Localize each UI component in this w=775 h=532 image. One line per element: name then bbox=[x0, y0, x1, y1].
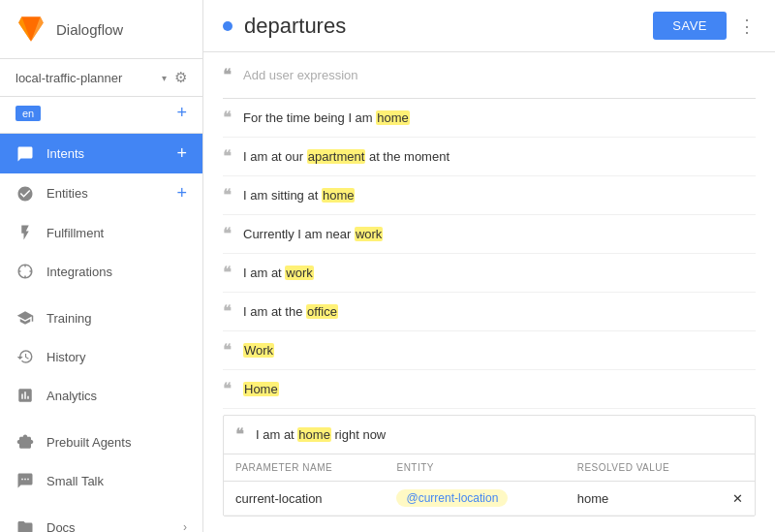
quote-icon: ❝ bbox=[223, 225, 232, 243]
phrase-row[interactable]: ❝ For the time being I am home bbox=[223, 99, 756, 138]
analytics-icon bbox=[16, 386, 35, 405]
sidebar-item-docs[interactable]: Docs › bbox=[0, 508, 202, 532]
add-language-button[interactable]: + bbox=[176, 103, 187, 123]
phrase-text: I am at our apartment at the moment bbox=[243, 149, 450, 164]
quote-icon: ❝ bbox=[223, 264, 232, 282]
sidebar-item-docs-label: Docs bbox=[46, 520, 183, 533]
param-header-actions bbox=[721, 454, 755, 482]
phrase-row[interactable]: ❝ Work bbox=[223, 331, 756, 370]
sidebar-item-training-label: Training bbox=[46, 311, 187, 326]
prebuilt-icon bbox=[16, 432, 35, 452]
phrase-text: For the time being I am home bbox=[243, 110, 410, 125]
add-intent-button[interactable]: + bbox=[176, 143, 187, 164]
topbar: departures SAVE ⋮ bbox=[203, 0, 775, 52]
integrations-icon bbox=[16, 262, 35, 281]
highlight-work3: Work bbox=[243, 343, 274, 358]
quote-icon: ❝ bbox=[223, 302, 232, 321]
phrase-text: Home bbox=[243, 382, 279, 396]
add-entity-button[interactable]: + bbox=[176, 183, 187, 203]
sidebar-item-prebuilt-agents-label: Prebuilt Agents bbox=[46, 435, 187, 450]
caret-down-icon: ▾ bbox=[162, 73, 167, 83]
quote-icon: ❝ bbox=[223, 147, 232, 166]
sidebar-item-integrations[interactable]: Integrations bbox=[0, 252, 202, 291]
phrase-expanded-row[interactable]: ❝ I am at home right now PARAMETER NAME … bbox=[223, 415, 756, 516]
dialogflow-logo bbox=[16, 14, 46, 45]
app-title: Dialogflow bbox=[56, 21, 123, 38]
param-name[interactable]: current-location bbox=[224, 482, 385, 516]
phrase-row[interactable]: ❝ I am at the office bbox=[223, 293, 756, 331]
history-icon bbox=[16, 347, 35, 366]
parameter-table: PARAMETER NAME ENTITY RESOLVED VALUE cur… bbox=[224, 454, 755, 516]
project-selector[interactable]: local-traffic-planner ▾ ⚙ bbox=[0, 59, 202, 97]
bolt-icon bbox=[16, 223, 35, 242]
phrase-text: I am at work bbox=[243, 266, 314, 280]
param-delete-button[interactable]: ✕ bbox=[721, 482, 755, 516]
param-row: current-location @current-location home … bbox=[224, 482, 755, 516]
sidebar-item-fulfillment-label: Fulfillment bbox=[46, 226, 187, 240]
page-title: departures bbox=[244, 14, 653, 39]
param-value: home bbox=[566, 482, 721, 516]
entity-chip[interactable]: @current-location bbox=[396, 489, 508, 507]
save-button[interactable]: SAVE bbox=[653, 12, 727, 40]
sidebar-item-integrations-label: Integrations bbox=[46, 265, 187, 279]
param-header-entity: ENTITY bbox=[385, 454, 565, 482]
sidebar-item-history-label: History bbox=[46, 350, 187, 364]
quote-icon: ❝ bbox=[223, 341, 232, 360]
sidebar-item-small-talk-label: Small Talk bbox=[46, 474, 187, 488]
sidebar-item-analytics-label: Analytics bbox=[46, 389, 187, 403]
quote-icon: ❝ bbox=[223, 66, 232, 84]
sidebar-item-intents-label: Intents bbox=[46, 146, 176, 161]
sidebar-item-entities[interactable]: Entities + bbox=[0, 173, 202, 213]
phrase-row[interactable]: ❝ Currently I am near work bbox=[223, 215, 756, 254]
phrase-text: I am at the office bbox=[243, 304, 338, 319]
phrase-row[interactable]: ❝ I am at work bbox=[223, 254, 756, 293]
highlight-office: office bbox=[306, 304, 338, 319]
add-phrase-row[interactable]: ❝ Add user expression bbox=[223, 52, 756, 99]
param-header-name: PARAMETER NAME bbox=[224, 454, 385, 482]
docs-icon bbox=[16, 517, 35, 532]
language-row: en + bbox=[0, 97, 202, 134]
smalltalk-icon bbox=[16, 471, 35, 490]
sidebar-header: Dialogflow bbox=[0, 0, 202, 59]
highlight-home2: home bbox=[322, 188, 356, 203]
phrase-row[interactable]: ❝ I am at our apartment at the moment bbox=[223, 138, 756, 176]
quote-icon: ❝ bbox=[223, 109, 232, 127]
sidebar-item-analytics[interactable]: Analytics bbox=[0, 376, 202, 415]
main-content: departures SAVE ⋮ ❝ Add user expression … bbox=[203, 0, 775, 532]
add-phrase-placeholder: Add user expression bbox=[243, 68, 358, 82]
sidebar-item-intents[interactable]: Intents + bbox=[0, 134, 202, 173]
quote-icon: ❝ bbox=[223, 186, 232, 204]
quote-icon: ❝ bbox=[235, 425, 244, 444]
quote-icon: ❝ bbox=[223, 380, 232, 398]
project-name: local-traffic-planner bbox=[16, 71, 162, 85]
sidebar-item-training[interactable]: Training bbox=[0, 298, 202, 337]
phrase-text: Currently I am near work bbox=[243, 227, 383, 241]
gear-icon[interactable]: ⚙ bbox=[174, 69, 187, 86]
training-phrases-panel: ❝ Add user expression ❝ For the time bei… bbox=[203, 52, 775, 532]
highlight-work2: work bbox=[285, 266, 313, 280]
phrase-text: I am at home right now bbox=[256, 427, 386, 442]
highlight-home: home bbox=[376, 110, 410, 125]
sidebar: Dialogflow local-traffic-planner ▾ ⚙ en … bbox=[0, 0, 203, 532]
sidebar-item-fulfillment[interactable]: Fulfillment bbox=[0, 213, 202, 252]
sidebar-item-entities-label: Entities bbox=[46, 186, 176, 201]
training-icon bbox=[16, 308, 35, 328]
status-dot bbox=[223, 21, 232, 31]
language-badge[interactable]: en bbox=[16, 106, 41, 121]
entity-icon bbox=[16, 184, 35, 203]
external-link-icon: › bbox=[183, 520, 187, 532]
highlight-work: work bbox=[355, 227, 383, 241]
phrase-text-row: ❝ I am at home right now bbox=[224, 416, 755, 454]
phrase-text: Work bbox=[243, 343, 274, 358]
more-options-icon[interactable]: ⋮ bbox=[738, 16, 756, 37]
phrase-row[interactable]: ❝ Home bbox=[223, 370, 756, 409]
phrase-row[interactable]: ❝ I am sitting at home bbox=[223, 176, 756, 215]
highlight-apartment: apartment bbox=[307, 149, 366, 164]
sidebar-item-prebuilt-agents[interactable]: Prebuilt Agents bbox=[0, 422, 202, 461]
chat-icon bbox=[16, 144, 35, 164]
param-header-value: RESOLVED VALUE bbox=[566, 454, 721, 482]
sidebar-item-small-talk[interactable]: Small Talk bbox=[0, 461, 202, 500]
param-entity: @current-location bbox=[385, 482, 565, 516]
sidebar-item-history[interactable]: History bbox=[0, 337, 202, 376]
highlight-home4: home bbox=[297, 427, 331, 442]
